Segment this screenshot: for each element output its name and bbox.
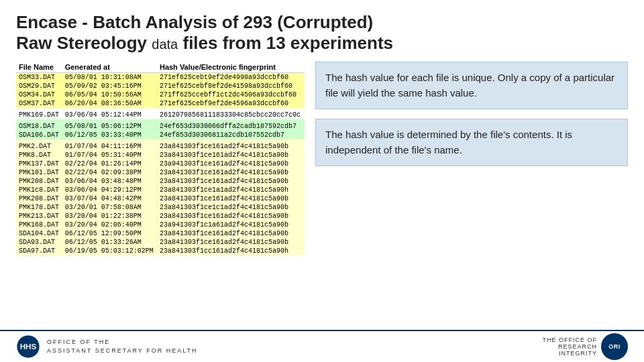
- table-cell-name: OSM34.DAT: [16, 90, 62, 99]
- table-row: PMK101.DAT02/22/04 02:09:38PM23a841303f1…: [16, 168, 305, 177]
- table-row: SDA106.DAT06/12/05 03:33:40PM24ef853d303…: [16, 131, 305, 139]
- table-row: OSM33.DAT05/08/01 10:31:08AM271ef625cebt…: [16, 73, 305, 82]
- table-cell-hash: 24ef853d30306811a2cdb107552cdb7: [157, 131, 305, 139]
- footer-left: HHS OFFICE OF THE ASSISTANT SECRETARY FO…: [16, 335, 198, 359]
- table-row: OSM34.DAT06/05/04 10:50:56AM271ff625cceb…: [16, 90, 305, 99]
- table-cell-name: PMK8.DAT: [16, 151, 62, 160]
- footer-ori-line2: RESEARCH: [543, 343, 598, 350]
- table-cell-hash: 23a841303f1ce161ad2f4c4181c5a90b: [157, 151, 305, 160]
- table-cell-hash: 23a841303f1ce1a1ad2f4c4181c5a90h: [157, 186, 305, 194]
- table-cell-date: 01/07/04 04:11:16PM: [62, 139, 157, 151]
- table-row: PMK213.DAT03/20/04 01:22:38PM23a841303f1…: [16, 212, 305, 221]
- table-cell-date: 03/06/04 05:12:44PM: [62, 108, 157, 119]
- table-row: SDA104.DAT06/12/05 12:09:50PM23a841303f1…: [16, 229, 305, 238]
- table-cell-hash: 271ef625cebt9ef2de4990a93dccbf60: [157, 73, 305, 82]
- title-data-word: data: [152, 37, 178, 52]
- table-cell-date: 02/22/04 01:26:14PM: [62, 160, 157, 168]
- table-cell-hash: 23a841303f1ce161ad2f4c4181c5a90b: [157, 229, 305, 238]
- table-cell-date: 05/08/01 05:06:12PM: [62, 119, 157, 131]
- table-row: OSM29.DAT05/09/02 03:45:16PM271ef625cebf…: [16, 82, 305, 90]
- table-cell-hash: 271ef625cebf8ef2de41598a93dccbf60: [157, 82, 305, 90]
- table-cell-hash: 23a841303f1ce161ad2f4c4181c5a90b: [157, 238, 305, 247]
- table-cell-date: 05/08/01 10:31:08AM: [62, 73, 157, 82]
- table-row: PMK178.DAT03/20/01 07:58:08AM23a841303f1…: [16, 203, 305, 212]
- footer-office-text: OFFICE OF THE ASSISTANT SECRETARY FOR HE…: [47, 338, 198, 355]
- hhs-logo-icon: HHS: [16, 335, 40, 359]
- footer-ori-line3: INTEGRITY: [543, 350, 598, 357]
- table-row: PMK208.DAT03/06/04 03:48:48PM23a841303f1…: [16, 177, 305, 186]
- table-cell-name: SDA104.DAT: [16, 229, 62, 238]
- table-cell-hash: 271ef625cebf9ef2de4596a93dccbf60: [157, 99, 305, 108]
- table-cell-hash: 23a841303f1cc161ad2f4c4181c5a90h: [157, 247, 305, 255]
- main-container: Encase - Batch Analysis of 293 (Corrupte…: [0, 0, 644, 262]
- content-area: File Name Generated at Hash Value/Electr…: [16, 62, 628, 255]
- table-cell-date: 06/20/04 08:36:50AM: [62, 99, 157, 108]
- info-box-1: The hash value for each file is unique. …: [315, 62, 628, 109]
- table-row: PMK1c8.DAT03/06/04 04:29:12PM23a841303f1…: [16, 186, 305, 194]
- table-cell-hash: 271ff625ccebff1ct2dc4506a93dccbf60: [157, 90, 305, 99]
- table-cell-date: 06/12/05 01:33:26AM: [62, 238, 157, 247]
- info-box-2: The hash value is determined by the file…: [315, 119, 628, 166]
- table-cell-date: 03/07/04 04:48:42PM: [62, 194, 157, 203]
- table-cell-name: PMK208.DAT: [16, 177, 62, 186]
- table-cell-name: PMK101.DAT: [16, 168, 62, 177]
- footer-ori-text: THE OFFICE OF RESEARCH INTEGRITY: [543, 337, 598, 357]
- table-row: PMK2.DAT01/07/04 04:11:16PM23a841303f1ce…: [16, 139, 305, 151]
- table-cell-name: SDA93.DAT: [16, 238, 62, 247]
- title-line1: Encase - Batch Analysis of 293 (Corrupte…: [16, 12, 628, 33]
- col-header-generated: Generated at: [62, 62, 157, 73]
- table-cell-date: 03/20/04 01:22:38PM: [62, 212, 157, 221]
- table-cell-name: PMK169.DAT: [16, 108, 62, 119]
- table-cell-name: SDA97.DAT: [16, 247, 62, 255]
- table-cell-name: PMK168.DAT: [16, 221, 62, 229]
- footer-right: THE OFFICE OF RESEARCH INTEGRITY ORI: [543, 333, 629, 360]
- footer-office-line2: ASSISTANT SECRETARY FOR HEALTH: [47, 347, 198, 355]
- table-cell-name: PMK213.DAT: [16, 212, 62, 221]
- table-row: PMK169.DAT03/06/04 05:12:44PM26120798568…: [16, 108, 305, 119]
- table-cell-date: 02/22/04 02:09:38PM: [62, 168, 157, 177]
- table-cell-name: OSM37.DAT: [16, 99, 62, 108]
- table-cell-name: PMK1c8.DAT: [16, 186, 62, 194]
- table-cell-date: 03/20/01 07:58:08AM: [62, 203, 157, 212]
- table-row: PMK168.DAT03/20/04 02:06:40PM23a941303f1…: [16, 221, 305, 229]
- table-row: PMK137.DAT02/22/04 01:26:14PM23a941303f1…: [16, 160, 305, 168]
- ori-logo-icon: ORI: [601, 333, 628, 360]
- table-cell-hash: 24ef653d3030066dffa2cadb107592cdb7: [157, 119, 305, 131]
- table-cell-name: PMK208.DAT: [16, 194, 62, 203]
- footer-ori-line1: THE OFFICE OF: [543, 337, 598, 343]
- table-cell-date: 06/19/05 05:03:12:02PM: [62, 247, 157, 255]
- table-cell-name: PMK178.DAT: [16, 203, 62, 212]
- table-cell-hash: 23a841303f1ce161ad2f4c4181c5a90b: [157, 194, 305, 203]
- table-row: PMK208.DAT03/07/04 04:48:42PM23a841303f1…: [16, 194, 305, 203]
- table-cell-date: 01/07/04 05:31:40PM: [62, 151, 157, 160]
- table-row: SDA93.DAT06/12/05 01:33:26AM23a841303f1c…: [16, 238, 305, 247]
- table-cell-hash: 23a841303f1ce161ad2f4c4181c5a90b: [157, 177, 305, 186]
- table-cell-date: 03/06/04 03:48:48PM: [62, 177, 157, 186]
- title-line2-suffix: files from 13 experiments: [182, 33, 393, 53]
- table-row: SDA97.DAT06/19/05 05:03:12:02PM23a841303…: [16, 247, 305, 255]
- table-cell-hash: 23a841303f1ce161ad2f4c4181c5a90b: [157, 168, 305, 177]
- table-cell-name: PMK137.DAT: [16, 160, 62, 168]
- table-cell-date: 03/20/04 02:06:40PM: [62, 221, 157, 229]
- svg-text:HHS: HHS: [20, 342, 37, 351]
- col-header-filename: File Name: [16, 62, 62, 73]
- table-cell-date: 06/12/05 12:09:50PM: [62, 229, 157, 238]
- table-row: OSM18.DAT05/08/01 05:06:12PM24ef653d3030…: [16, 119, 305, 131]
- table-section: File Name Generated at Hash Value/Electr…: [16, 62, 305, 255]
- title-line2-prefix: Raw Stereology: [16, 33, 147, 53]
- title-line2: Raw Stereology data files from 13 experi…: [16, 33, 628, 54]
- table-cell-name: SDA106.DAT: [16, 131, 62, 139]
- table-cell-hash: 23a941303f1ce161ad2f4c4181c5a90b: [157, 160, 305, 168]
- table-cell-name: OSM29.DAT: [16, 82, 62, 90]
- table-cell-hash: 23a941303f1c1a61ad2f4c4181c5a90b: [157, 221, 305, 229]
- col-header-hash: Hash Value/Electronic fingerprint: [157, 62, 305, 73]
- table-cell-hash: 23a841303f1ce161ad2f4c4181c5a90b: [157, 139, 305, 151]
- table-row: OSM37.DAT06/20/04 08:36:50AM271ef625cebf…: [16, 99, 305, 108]
- table-row: PMK8.DAT01/07/04 05:31:40PM23a841303f1ce…: [16, 151, 305, 160]
- info-section: The hash value for each file is unique. …: [315, 62, 628, 255]
- table-header-row: File Name Generated at Hash Value/Electr…: [16, 62, 305, 73]
- table-cell-date: 05/09/02 03:45:16PM: [62, 82, 157, 90]
- table-cell-hash: 23a841303f1ce161ad2f4c4181c5a90b: [157, 212, 305, 221]
- table-cell-hash: 26120798568111833304c85cbcc20cc7c0c: [157, 108, 305, 119]
- table-cell-date: 03/06/04 04:29:12PM: [62, 186, 157, 194]
